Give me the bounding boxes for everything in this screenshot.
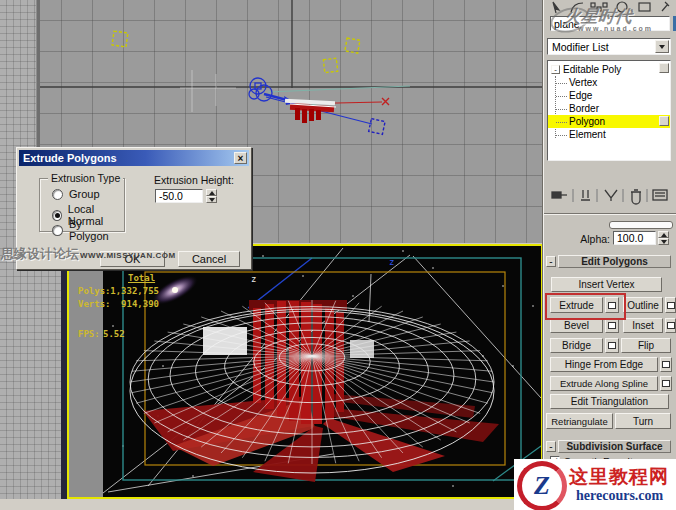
dialog-title: Extrude Polygons bbox=[19, 152, 117, 164]
stack-row-edge[interactable]: Edge bbox=[548, 89, 670, 102]
star bbox=[502, 285, 504, 287]
hinge-settings-button[interactable] bbox=[660, 357, 672, 372]
button-label: Hinge From Edge bbox=[565, 359, 643, 370]
slider-track[interactable] bbox=[609, 221, 673, 229]
alpha-spinner[interactable] bbox=[658, 231, 669, 245]
stack-row-button[interactable] bbox=[659, 63, 669, 73]
outline-settings-button[interactable] bbox=[665, 297, 676, 313]
bevel-button[interactable]: Bevel bbox=[550, 318, 603, 333]
panel-divider bbox=[544, 213, 676, 215]
spinner-up-icon[interactable] bbox=[206, 189, 217, 196]
stack-item-label: Element bbox=[569, 129, 606, 140]
extrude-highlight-box bbox=[545, 293, 626, 320]
helper-dummy-2 bbox=[345, 38, 360, 53]
stack-row-vertex[interactable]: Vertex bbox=[548, 76, 670, 89]
z-axis-label-white: z bbox=[251, 274, 256, 284]
insert-vertex-button[interactable]: Insert Vertex bbox=[551, 277, 662, 292]
extrusion-height-spinner[interactable] bbox=[206, 189, 217, 203]
spinner-up-icon[interactable] bbox=[658, 231, 669, 238]
bridge-settings-button[interactable] bbox=[605, 338, 619, 353]
star bbox=[192, 475, 194, 477]
edit-triangulation-button[interactable]: Edit Triangulation bbox=[550, 394, 669, 409]
rollout-title: Subdivision Surface bbox=[566, 441, 662, 452]
settings-box-icon bbox=[667, 322, 675, 329]
cancel-label: Cancel bbox=[192, 253, 226, 265]
extrusion-type-groupbox: Extrusion Type Group Local Normal By Pol… bbox=[39, 178, 125, 232]
camera-scene bbox=[103, 246, 541, 495]
smooth-result-checkbox[interactable]: ✓ bbox=[550, 456, 560, 466]
settings-box-icon bbox=[667, 302, 675, 309]
viewport-left-bottom-sliver[interactable] bbox=[0, 243, 61, 500]
button-label: Extrude Along Spline bbox=[560, 378, 648, 389]
flip-button[interactable]: Flip bbox=[621, 338, 671, 353]
button-label: Bridge bbox=[562, 340, 591, 351]
x-axis-marker bbox=[382, 98, 389, 105]
ok-button[interactable]: OK bbox=[100, 251, 165, 267]
radio-group[interactable]: Group bbox=[52, 188, 100, 200]
outline-button[interactable]: Outline bbox=[623, 297, 663, 313]
collapse-icon[interactable]: - bbox=[551, 65, 560, 74]
close-icon[interactable]: × bbox=[234, 152, 247, 164]
stack-row-button[interactable] bbox=[659, 116, 669, 126]
hinge-from-edge-button[interactable]: Hinge From Edge bbox=[550, 357, 658, 372]
smooth-result-label: Smooth Result bbox=[564, 456, 633, 468]
bridge-button[interactable]: Bridge bbox=[550, 338, 603, 353]
star bbox=[452, 485, 454, 487]
alpha-field[interactable]: 100.0 bbox=[613, 231, 656, 245]
inset-settings-button[interactable] bbox=[665, 318, 676, 333]
button-label: Turn bbox=[633, 416, 653, 427]
extrude-along-spline-settings-button[interactable] bbox=[660, 376, 672, 391]
stack-row-border[interactable]: Border bbox=[548, 102, 670, 115]
stats-fps-label: FPS: bbox=[78, 329, 100, 339]
button-label: Flip bbox=[638, 340, 654, 351]
motion-tab-icon bbox=[617, 2, 627, 12]
command-panel-tabs[interactable] bbox=[547, 0, 675, 14]
bevel-settings-button[interactable] bbox=[605, 318, 619, 333]
radio-icon[interactable] bbox=[52, 189, 63, 200]
stack-row-polygon-selected[interactable]: Polygon bbox=[548, 115, 670, 128]
radio-by-polygon[interactable]: By Polygon bbox=[52, 218, 124, 242]
edit-polygons-rollout-header[interactable]: Edit Polygons bbox=[558, 255, 671, 268]
inset-button[interactable]: Inset bbox=[623, 318, 663, 333]
application-window: z z Total Polys: 1,332,755 Verts: 914,39… bbox=[0, 0, 676, 510]
rollout-collapse-icon[interactable]: - bbox=[546, 256, 556, 267]
subdivision-surface-rollout-header[interactable]: Subdivision Surface bbox=[558, 440, 671, 453]
extrude-along-spline-button[interactable]: Extrude Along Spline bbox=[550, 376, 658, 391]
remove-modifier-icon bbox=[631, 190, 641, 204]
star bbox=[162, 365, 164, 367]
faint-guides bbox=[180, 70, 236, 112]
extrusion-height-field[interactable]: -50.0 bbox=[155, 189, 203, 203]
alpha-value: 100.0 bbox=[617, 232, 643, 244]
guide-teal-corner bbox=[493, 446, 541, 481]
button-label: Bevel bbox=[564, 320, 589, 331]
alpha-label: Alpha: bbox=[572, 233, 610, 245]
object-name-value: plane bbox=[554, 18, 580, 30]
modify-tab-icon bbox=[571, 3, 583, 12]
object-name-field[interactable]: plane bbox=[550, 16, 670, 31]
settings-box-icon bbox=[662, 361, 670, 368]
retriangulate-button[interactable]: Retriangulate bbox=[546, 413, 613, 429]
spinner-down-icon[interactable] bbox=[658, 238, 669, 245]
status-strip bbox=[0, 499, 543, 510]
stack-row-element[interactable]: Element bbox=[548, 128, 670, 141]
radio-by-polygon-label: By Polygon bbox=[69, 218, 124, 242]
viewport-camera-active[interactable]: z z Total Polys: 1,332,755 Verts: 914,39… bbox=[67, 244, 543, 499]
create-tab-icon bbox=[553, 2, 559, 13]
cancel-button[interactable]: Cancel bbox=[178, 251, 240, 267]
modifier-list-dropdown[interactable]: Modifier List bbox=[547, 38, 671, 55]
extrusion-height-value: -50.0 bbox=[159, 190, 183, 202]
chevron-down-icon[interactable] bbox=[655, 40, 669, 53]
z-axis-label-blue: z bbox=[389, 257, 394, 267]
modifier-stack[interactable]: - Editable Poly Vertex Edge Border Polyg… bbox=[547, 60, 671, 161]
make-unique-icon bbox=[605, 190, 617, 201]
spinner-down-icon[interactable] bbox=[206, 196, 217, 203]
button-label: Inset bbox=[632, 320, 654, 331]
helper-dummy-1 bbox=[112, 31, 128, 47]
dialog-title-bar[interactable]: Extrude Polygons bbox=[19, 150, 249, 166]
stack-row-editable-poly[interactable]: - Editable Poly bbox=[548, 63, 670, 76]
helper-dummy-blue bbox=[369, 119, 385, 135]
radio-icon[interactable] bbox=[52, 225, 63, 236]
turn-button[interactable]: Turn bbox=[615, 413, 671, 429]
stack-toolbar[interactable] bbox=[547, 186, 674, 205]
rollout-collapse-icon[interactable]: - bbox=[546, 441, 556, 452]
